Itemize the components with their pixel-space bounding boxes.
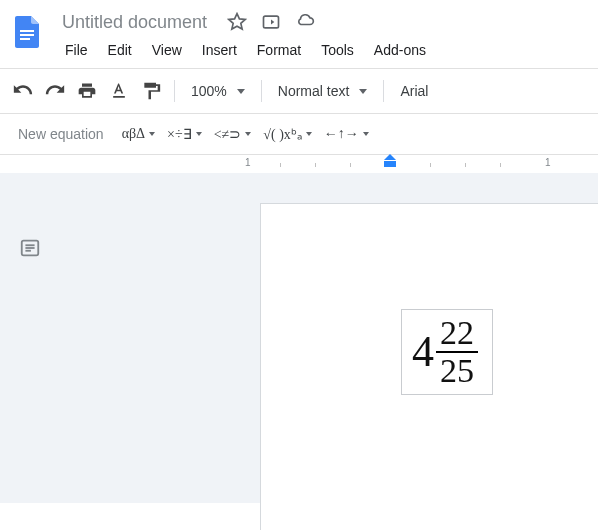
equation-denominator: 25 [436,353,478,388]
chevron-down-icon [149,132,155,136]
equation-whole: 4 [412,330,434,374]
menu-view[interactable]: View [143,38,191,62]
separator [383,80,384,102]
zoom-value: 100% [191,83,227,99]
outline-toggle-button[interactable] [15,233,45,263]
equation-numerator: 22 [436,316,478,351]
redo-button[interactable] [40,76,70,106]
ruler-mark: 1 [245,157,251,168]
paragraph-style-value: Normal text [278,83,350,99]
svg-rect-0 [20,30,34,32]
chevron-down-icon [196,132,202,136]
undo-button[interactable] [8,76,38,106]
greek-letters-dropdown[interactable]: αβΔ [122,126,155,142]
misc-operations-dropdown[interactable]: ×÷∃ [167,126,202,143]
ruler-mark: 1 [545,157,551,168]
separator [174,80,175,102]
separator [261,80,262,102]
star-icon[interactable] [227,12,247,32]
arrows-dropdown[interactable]: ←↑→ [324,126,369,142]
menubar: File Edit View Insert Format Tools Add-o… [56,36,435,68]
menu-edit[interactable]: Edit [99,38,141,62]
chevron-down-icon [359,89,367,94]
chevron-down-icon [237,89,245,94]
relations-dropdown[interactable]: <≠⊃ [214,126,252,143]
docs-logo[interactable] [8,8,46,56]
cloud-status-icon[interactable] [295,12,315,32]
horizontal-ruler[interactable]: 1 1 [260,155,598,173]
math-operations-dropdown[interactable]: √( )xᵇₐ [263,126,312,143]
arrows-label: ←↑→ [324,126,359,142]
document-canvas: 4 22 25 [0,173,598,503]
font-value: Arial [400,83,428,99]
relations-label: <≠⊃ [214,126,242,143]
menu-insert[interactable]: Insert [193,38,246,62]
math-operations-label: √( )xᵇₐ [263,126,302,143]
spellcheck-button[interactable] [104,76,134,106]
greek-letters-label: αβΔ [122,126,145,142]
chevron-down-icon [245,132,251,136]
document-title[interactable]: Untitled document [56,12,213,33]
equation-toolbar: New equation αβΔ ×÷∃ <≠⊃ √( )xᵇₐ ←↑→ [0,114,598,154]
menu-addons[interactable]: Add-ons [365,38,435,62]
chevron-down-icon [306,132,312,136]
zoom-dropdown[interactable]: 100% [183,76,253,106]
move-icon[interactable] [261,12,281,32]
ruler-container: 1 1 [0,154,598,173]
print-button[interactable] [72,76,102,106]
chevron-down-icon [363,132,369,136]
font-dropdown[interactable]: Arial [392,76,436,106]
svg-rect-1 [20,34,34,36]
paint-format-button[interactable] [136,76,166,106]
misc-operations-label: ×÷∃ [167,126,192,143]
equation-fraction: 22 25 [436,316,478,388]
menu-file[interactable]: File [56,38,97,62]
svg-rect-2 [20,38,30,40]
main-toolbar: 100% Normal text Arial [0,69,598,113]
menu-tools[interactable]: Tools [312,38,363,62]
menu-format[interactable]: Format [248,38,310,62]
equation-box[interactable]: 4 22 25 [401,309,493,395]
new-equation-button[interactable]: New equation [12,122,110,146]
paragraph-style-dropdown[interactable]: Normal text [270,76,376,106]
document-page[interactable]: 4 22 25 [260,203,598,530]
